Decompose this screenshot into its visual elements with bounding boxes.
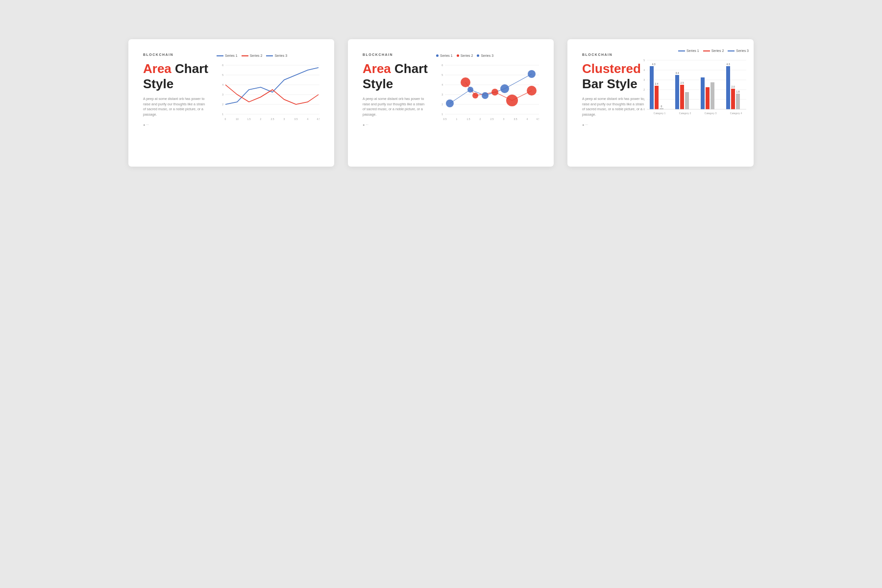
svg-text:5: 5 [441,74,443,76]
svg-text:0: 0 [643,108,645,111]
svg-text:Category 2: Category 2 [679,112,691,115]
svg-rect-66 [660,108,663,109]
svg-text:Category 1: Category 1 [654,112,666,115]
card-description-1: A peep at some distant orb has power to … [143,97,207,117]
bubble-chart-svg: 6 5 4 3 2 1 0.5 1 1.5 2 2.5 3 3.5 4 4.5 [436,60,539,124]
svg-text:10: 10 [236,118,239,121]
legend-item-3-s2: Series 2 [703,49,724,52]
svg-text:4: 4 [643,69,645,72]
svg-text:2.4: 2.4 [655,82,659,85]
svg-text:1: 1 [643,98,645,101]
legend-line-s2 [242,55,248,56]
legend-label-2-s3: Series 3 [481,54,493,57]
svg-rect-79 [731,89,735,109]
legend-line-3-s1 [678,50,685,51]
legend-label-2-s2: Series 2 [461,54,473,57]
card-area-line: BLOCKCHAIN Area ChartStyle A peep at som… [128,39,334,167]
legend-dot-2-s2 [457,54,459,57]
svg-point-48 [472,93,478,98]
svg-text:Category 4: Category 4 [730,112,742,115]
svg-rect-77 [710,82,714,109]
svg-text:4: 4 [307,118,309,121]
chart-area-2: Series 1 Series 2 Series 3 [436,54,544,132]
legend-line-s3 [266,55,273,56]
svg-text:0: 0 [661,105,662,108]
svg-text:3: 3 [643,78,645,81]
svg-text:3.4: 3.4 [676,72,679,74]
svg-rect-80 [736,94,740,109]
svg-rect-71 [680,85,684,109]
svg-text:4: 4 [527,118,528,121]
bar-chart-svg: 5 4 3 2 1 0 4.3 2.4 0 3.4 2.5 [636,55,746,126]
svg-point-44 [482,92,489,99]
card-clustered-bar: BLOCKCHAIN ClusteredBar Style A peep at … [567,39,754,167]
chart-legend-2: Series 1 Series 2 Series 3 [436,54,544,57]
svg-point-51 [527,86,537,96]
legend-item-2-s2: Series 2 [457,54,473,57]
svg-text:5: 5 [222,74,223,76]
legend-item-3-s1: Series 1 [678,49,699,52]
svg-text:0.5: 0.5 [443,118,447,121]
chart-legend-1: Series 1 Series 2 Series 3 [217,54,324,57]
svg-text:4: 4 [222,83,223,86]
svg-text:1: 1 [441,113,443,116]
svg-text:1.6: 1.6 [736,90,740,93]
svg-text:1.5: 1.5 [247,118,251,121]
legend-item-3-s3: Series 3 [728,49,749,52]
title-highlight-2: Area [363,61,391,76]
svg-rect-70 [675,75,679,109]
title-highlight-3: Clustered [582,61,641,76]
legend-item-s2: Series 2 [242,54,263,57]
legend-dot-2-s1 [436,54,439,57]
svg-text:5: 5 [643,59,645,62]
legend-label-3-s1: Series 1 [686,49,699,52]
svg-text:6: 6 [441,64,443,67]
chart-area-1: Series 1 Series 2 Series 3 [217,54,324,132]
chart-legend-3: Series 1 Series 2 Series 3 [636,49,749,52]
svg-text:0: 0 [225,118,226,121]
svg-text:2.5: 2.5 [681,81,684,84]
cards-container: BLOCKCHAIN Area ChartStyle A peep at som… [20,39,862,167]
svg-text:4.5: 4.5 [317,118,319,121]
svg-text:4.3: 4.3 [727,63,730,66]
svg-text:3: 3 [222,93,223,96]
svg-text:2: 2 [480,118,481,121]
legend-label-2-s1: Series 1 [440,54,453,57]
svg-text:1.5: 1.5 [467,118,470,121]
svg-point-42 [446,99,454,107]
svg-point-49 [491,89,498,96]
title-highlight-1: Area [143,61,172,76]
svg-text:2.5: 2.5 [271,118,274,121]
svg-point-46 [528,70,536,78]
svg-text:2: 2 [643,88,645,91]
svg-rect-75 [701,77,705,109]
legend-label-s1: Series 1 [225,54,238,57]
legend-item-2-s3: Series 3 [477,54,493,57]
svg-rect-72 [685,92,689,109]
svg-text:1: 1 [456,118,458,121]
legend-item-s1: Series 1 [217,54,238,57]
svg-text:2.0: 2.0 [732,85,735,88]
legend-dot-2-s3 [477,54,479,57]
legend-item-s3: Series 3 [266,54,287,57]
legend-line-3-s2 [703,50,710,51]
legend-label-3-s2: Series 2 [711,49,724,52]
legend-item-2-s1: Series 1 [436,54,453,57]
svg-text:6: 6 [222,64,223,67]
legend-line-3-s3 [728,50,735,51]
svg-text:2: 2 [441,103,443,106]
svg-text:2.5: 2.5 [490,118,494,121]
svg-text:Category 3: Category 3 [705,112,717,115]
svg-point-47 [461,77,470,87]
svg-text:3: 3 [284,118,285,121]
card-area-bubble: BLOCKCHAIN Area ChartStyle A peep at som… [348,39,554,167]
svg-text:2: 2 [222,103,223,106]
svg-text:3.5: 3.5 [514,118,517,121]
line-chart-svg: 6 5 4 3 2 1 0 10 1.5 2 2.5 3 3.5 4 4.5 [217,60,319,124]
svg-rect-65 [655,86,659,109]
svg-text:3: 3 [503,118,505,121]
legend-label-3-s3: Series 3 [736,49,749,52]
legend-line-s1 [217,55,223,56]
svg-text:4.3: 4.3 [652,63,656,66]
svg-text:3: 3 [441,93,443,96]
